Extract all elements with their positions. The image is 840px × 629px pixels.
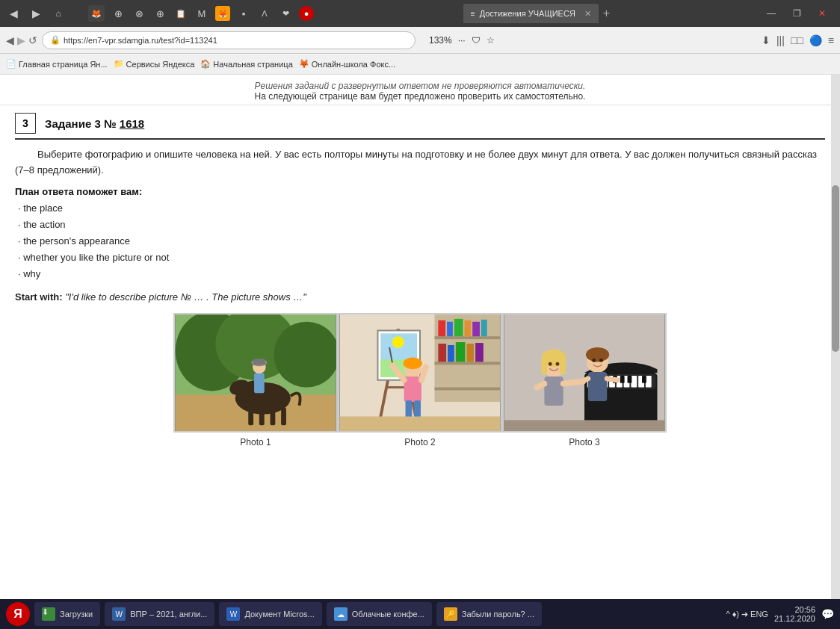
taskbar-downloads-label: Загрузки [60, 610, 93, 619]
star-icon[interactable]: ☆ [487, 35, 495, 46]
taskbar-item-password[interactable]: 🔑 Забыли пароль? ... [436, 602, 542, 626]
ext-icon-8[interactable]: ▪ [236, 6, 251, 21]
plan-title: План ответа поможет вам: [15, 186, 825, 197]
svg-rect-11 [281, 408, 286, 425]
tab-close-icon[interactable]: ✕ [584, 9, 591, 19]
address-bar: ◀ ▶ ↺ 🔒 https://en7-vpr.sdamgia.ru/test?… [0, 27, 840, 54]
nav-forward-icon[interactable]: ▶ [17, 34, 25, 46]
svg-rect-60 [646, 376, 652, 388]
ext-icon-7[interactable]: 🦊 [215, 6, 230, 21]
task-id: 1618 [120, 117, 144, 130]
start-button[interactable]: Я [6, 602, 30, 626]
ext-icon-4[interactable]: ⊕ [152, 6, 167, 21]
zoom-area: 133% ··· 🛡 ☆ [429, 35, 495, 46]
ext-icon-1[interactable]: 🦊 [88, 5, 105, 22]
minimize-button[interactable]: — [759, 3, 783, 24]
taskbar-item-downloads[interactable]: ⬇ Загрузки [34, 602, 100, 626]
scrollbar-thumb[interactable] [832, 185, 839, 352]
page-content: Решения заданий с развернутым ответом не… [0, 75, 840, 629]
svg-rect-23 [454, 319, 463, 336]
sidebar-icon[interactable]: ||| [776, 34, 785, 46]
close-button[interactable]: ✕ [810, 3, 834, 24]
ext-icon-5[interactable]: 📋 [173, 6, 188, 21]
restore-button[interactable]: ❐ [785, 3, 809, 24]
svg-rect-69 [541, 360, 547, 375]
taskbar-item-cloud[interactable]: ☁ Облачные конфе... [327, 602, 432, 626]
nav-back-icon[interactable]: ◀ [6, 34, 14, 46]
svg-rect-20 [435, 388, 501, 391]
ext-icon-3[interactable]: ⊗ [132, 6, 146, 21]
ext-icon-2[interactable]: ⊕ [111, 6, 126, 21]
svg-rect-65 [628, 376, 632, 383]
svg-rect-28 [448, 345, 454, 362]
ext-icon-9[interactable]: Λ [257, 6, 272, 21]
plan-item-5: · why [18, 266, 825, 282]
ext-icon-10[interactable]: ❤ [278, 6, 293, 21]
notice-line2: На следующей странице вам будет предложе… [15, 91, 825, 102]
photo-1[interactable] [173, 313, 338, 433]
photo-3[interactable] [502, 313, 667, 433]
svg-point-40 [404, 358, 422, 370]
refresh-icon[interactable]: ↺ [28, 34, 37, 46]
svg-rect-21 [438, 320, 445, 336]
taskbar-vpr-label: ВПР – 2021, англи... [130, 610, 207, 619]
bookmark-3[interactable]: 🏠 Начальная страница [200, 59, 292, 69]
svg-rect-31 [475, 343, 484, 362]
home-icon[interactable]: ⌂ [51, 6, 66, 21]
svg-rect-10 [271, 408, 276, 425]
zoom-value: 133% [429, 35, 452, 46]
dots-icon[interactable]: ··· [458, 35, 466, 46]
svg-point-78 [592, 359, 596, 362]
ext-icon-6[interactable]: M [194, 6, 209, 21]
photo-1-image [175, 314, 336, 431]
plan-item-3: · the person's appearance [18, 233, 825, 250]
forward-icon[interactable]: ▶ [28, 6, 43, 21]
bookmark-1[interactable]: 📄 Главная страница Ян... [6, 59, 108, 69]
photo-2[interactable] [338, 313, 502, 433]
svg-rect-25 [472, 322, 480, 337]
taskbar-item-vpr[interactable]: W ВПР – 2021, англи... [105, 602, 214, 626]
svg-line-74 [537, 384, 545, 388]
task-header: 3 Задание 3 № 1618 [15, 113, 825, 140]
taskbar-password-label: Забыли пароль? ... [462, 610, 534, 619]
page-inner: Решения заданий с развернутым ответом не… [0, 75, 840, 629]
settings-icon[interactable]: ≡ [828, 34, 834, 46]
title-bar-icons: ◀ ▶ ⌂ 🦊 ⊕ ⊗ ⊕ 📋 M 🦊 ▪ Λ ❤ ● ≡ Дос [6, 3, 834, 24]
bookmark-4[interactable]: 🦊 Онлайн-школа Фокс... [299, 59, 395, 69]
taskbar-item-word[interactable]: W Документ Micros... [219, 602, 321, 626]
active-tab[interactable]: ≡ Достижения УЧАЩИЕСЯ ✕ [463, 4, 599, 23]
task-section: 3 Задание 3 № 1618 Выберите фотографию и… [0, 105, 840, 455]
svg-point-44 [389, 362, 395, 368]
svg-point-3 [274, 322, 336, 388]
svg-rect-22 [447, 322, 453, 337]
ext-icon-11[interactable]: ● [299, 6, 314, 21]
download-icon[interactable]: ⬇ [762, 34, 770, 46]
title-bar: ◀ ▶ ⌂ 🦊 ⊕ ⊗ ⊕ 📋 M 🦊 ▪ Λ ❤ ● ≡ Дос [0, 0, 840, 27]
svg-rect-18 [435, 336, 501, 339]
notification-icon[interactable]: 💬 [821, 608, 834, 620]
photo-2-label: Photo 2 [404, 437, 435, 447]
plan-items: · the place · the action · the person's … [15, 200, 825, 282]
new-tab-button[interactable]: + [603, 7, 610, 20]
photo-3-label: Photo 3 [569, 437, 599, 447]
svg-point-38 [392, 336, 404, 348]
tab-title: Достижения УЧАЩИЕСЯ [480, 9, 575, 18]
svg-line-81 [581, 379, 588, 382]
scrollbar-track [831, 75, 840, 629]
profile-icon[interactable]: 🔵 [809, 34, 822, 46]
back-icon[interactable]: ◀ [6, 6, 21, 21]
svg-rect-15 [253, 359, 265, 365]
url-input[interactable]: 🔒 https://en7-vpr.sdamgia.ru/test?id=113… [42, 31, 416, 49]
bookmark-2[interactable]: 📁 Сервисы Яндекса [114, 59, 195, 69]
bookmark-icon-4: 🦊 [299, 59, 309, 69]
url-text: https://en7-vpr.sdamgia.ru/test?id=11324… [64, 36, 217, 45]
shield-icon: 🛡 [472, 35, 481, 46]
svg-point-77 [586, 347, 609, 362]
download-taskbar-icon: ⬇ [42, 607, 55, 621]
notice-line1: Решения заданий с развернутым ответом не… [15, 81, 825, 91]
tab-groups-icon[interactable]: □□ [791, 34, 803, 46]
photo-1-wrapper: Photo 1 [173, 313, 338, 447]
svg-rect-66 [642, 376, 646, 383]
time-display: 20:56 [774, 605, 815, 614]
svg-rect-24 [464, 320, 471, 336]
